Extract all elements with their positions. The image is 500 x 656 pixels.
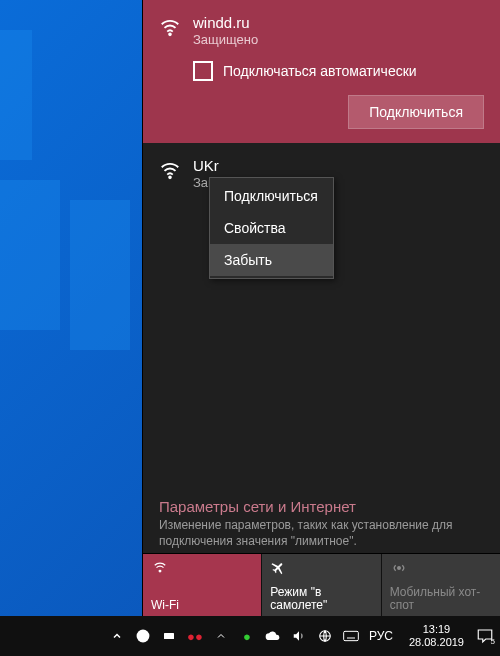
hotspot-icon <box>390 560 492 578</box>
wifi-icon <box>151 560 253 578</box>
airplane-icon <box>270 560 372 578</box>
connect-button[interactable]: Подключиться <box>348 95 484 129</box>
network-flyout: windd.ru Защищено Подключаться автоматич… <box>142 0 500 616</box>
tray-onedrive-icon[interactable] <box>265 628 281 644</box>
language-indicator[interactable]: РУС <box>369 629 393 643</box>
autoconnect-checkbox[interactable] <box>193 61 213 81</box>
tray-steam-icon[interactable] <box>135 628 151 644</box>
settings-title: Параметры сети и Интернет <box>159 498 484 515</box>
clock-date: 28.08.2019 <box>409 636 464 649</box>
network-name: windd.ru <box>193 14 258 31</box>
tray-app-icon[interactable] <box>213 628 229 644</box>
tile-label: Мобильный хот-спот <box>390 586 492 612</box>
tile-airplane-mode[interactable]: Режим "в самолете" <box>262 554 381 616</box>
network-context-menu: Подключиться Свойства Забыть <box>209 177 334 279</box>
taskbar-clock[interactable]: 13:19 28.08.2019 <box>409 623 464 648</box>
tile-label: Wi-Fi <box>151 599 253 612</box>
svg-point-2 <box>159 570 161 572</box>
wifi-icon <box>159 159 181 181</box>
tray-app-icon[interactable] <box>161 628 177 644</box>
svg-rect-5 <box>164 633 174 639</box>
tile-label: Режим "в самолете" <box>270 586 372 612</box>
svg-point-3 <box>397 567 400 570</box>
network-settings-link[interactable]: Параметры сети и Интернет Изменение пара… <box>143 498 500 553</box>
tray-keyboard-icon[interactable] <box>343 628 359 644</box>
settings-description: Изменение параметров, таких как установл… <box>159 517 484 549</box>
network-status: Защищено <box>193 32 258 47</box>
svg-rect-7 <box>344 631 359 640</box>
tile-wifi[interactable]: Wi-Fi <box>143 554 262 616</box>
system-tray: ●● ● <box>109 628 359 644</box>
svg-point-4 <box>136 630 149 643</box>
autoconnect-label: Подключаться автоматически <box>223 63 417 79</box>
ctx-connect[interactable]: Подключиться <box>210 180 333 212</box>
wifi-icon <box>159 16 181 38</box>
tray-app-icon[interactable]: ● <box>239 628 255 644</box>
taskbar: ●● ● РУС 13:19 28.08.2019 5 <box>0 616 500 656</box>
tile-mobile-hotspot[interactable]: Мобильный хот-спот <box>382 554 500 616</box>
network-name: UKr <box>193 157 219 174</box>
ctx-properties[interactable]: Свойства <box>210 212 333 244</box>
quick-action-tiles: Wi-Fi Режим "в самолете" Мобильный хот-с… <box>143 553 500 616</box>
svg-point-0 <box>169 33 171 35</box>
tray-network-icon[interactable] <box>317 628 333 644</box>
clock-time: 13:19 <box>409 623 464 636</box>
tray-chevron-up-icon[interactable] <box>109 628 125 644</box>
notification-count: 5 <box>491 637 495 646</box>
tray-app-icon[interactable]: ●● <box>187 628 203 644</box>
autoconnect-row[interactable]: Подключаться автоматически <box>193 61 484 81</box>
action-center-icon[interactable]: 5 <box>474 625 496 647</box>
tray-volume-icon[interactable] <box>291 628 307 644</box>
ctx-forget[interactable]: Забыть <box>210 244 333 276</box>
selected-network-panel[interactable]: windd.ru Защищено Подключаться автоматич… <box>143 0 500 143</box>
svg-point-1 <box>169 176 171 178</box>
